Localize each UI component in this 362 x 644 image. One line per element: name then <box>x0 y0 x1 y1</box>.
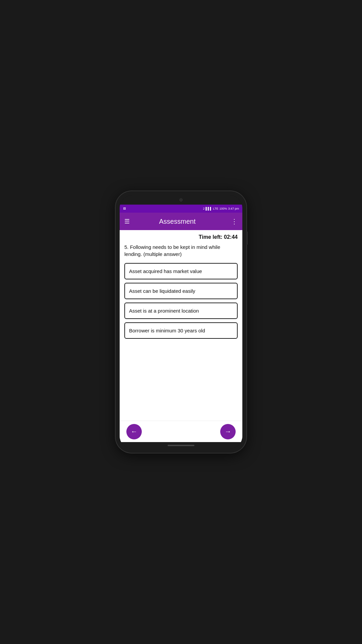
option-2-text: Asset can be liquidated easily <box>129 288 195 294</box>
status-bar: 🖼 2 ▌▌▌ LTE 100% 3:47 pm <box>120 205 242 213</box>
question-body: Following needs to be kept in mind while… <box>124 244 220 257</box>
lte-label: LTE <box>213 207 219 210</box>
forward-button[interactable]: → <box>220 424 236 439</box>
signal-bars: ▌▌▌ <box>205 207 212 210</box>
status-left: 🖼 <box>123 207 126 210</box>
timer-display: Time left: 02:44 <box>124 234 238 240</box>
option-4[interactable]: Borrower is minimum 30 years old <box>124 322 238 339</box>
app-bar: ☰ Assessment ⋮ <box>120 213 242 230</box>
options-list: Asset acquired has market value Asset ca… <box>124 263 238 339</box>
status-right: 2 ▌▌▌ LTE 100% 3:47 pm <box>203 207 239 210</box>
back-button[interactable]: ← <box>126 424 142 439</box>
option-4-text: Borrower is minimum 30 years old <box>129 328 205 333</box>
time-label: 3:47 pm <box>228 207 239 210</box>
phone-screen: 🖼 2 ▌▌▌ LTE 100% 3:47 pm ☰ Assessment ⋮ … <box>120 195 242 449</box>
content-area: Time left: 02:44 5. Following needs to b… <box>120 230 242 442</box>
option-1[interactable]: Asset acquired has market value <box>124 263 238 279</box>
menu-icon[interactable]: ☰ <box>124 218 130 225</box>
back-icon: ← <box>131 428 137 435</box>
forward-icon: → <box>225 428 231 435</box>
more-options-icon[interactable]: ⋮ <box>231 217 238 225</box>
bottom-navigation: ← → <box>120 421 242 442</box>
option-1-text: Asset acquired has market value <box>129 268 202 274</box>
carrier-label: 2 <box>203 207 204 210</box>
phone-bottom-bezel <box>120 442 242 449</box>
option-3[interactable]: Asset is at a prominent location <box>124 303 238 319</box>
question-text: 5. Following needs to be kept in mind wh… <box>124 244 238 258</box>
content-scroll: Time left: 02:44 5. Following needs to b… <box>120 230 242 421</box>
notification-icon: 🖼 <box>123 207 126 210</box>
question-number: 5. <box>124 244 129 250</box>
phone-device: 🖼 2 ▌▌▌ LTE 100% 3:47 pm ☰ Assessment ⋮ … <box>116 191 246 453</box>
camera-lens <box>179 198 183 202</box>
battery-label: 100% <box>219 207 227 210</box>
volume-button <box>246 231 248 245</box>
app-title: Assessment <box>134 218 220 225</box>
option-2[interactable]: Asset can be liquidated easily <box>124 283 238 299</box>
phone-top-bezel <box>120 195 242 205</box>
home-indicator <box>168 445 194 446</box>
option-3-text: Asset is at a prominent location <box>129 308 199 314</box>
